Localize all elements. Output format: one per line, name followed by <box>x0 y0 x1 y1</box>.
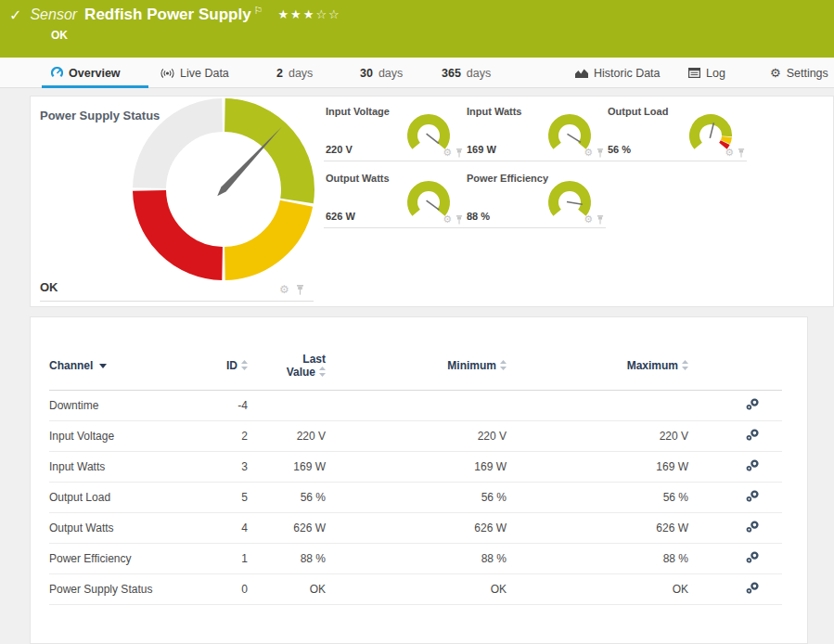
channel-settings-gear-icon[interactable] <box>746 551 760 563</box>
column-header-label: Last <box>248 353 326 366</box>
maximum-cell: 56 % <box>507 482 688 512</box>
pin-icon[interactable] <box>738 148 745 158</box>
tab-live-data[interactable]: Live Data <box>160 58 229 88</box>
channel-settings-gear-icon[interactable] <box>746 521 760 533</box>
mini-gauge-value: 169 W <box>467 144 496 155</box>
tab-30-days-number: 30 <box>360 67 373 80</box>
gauge-settings-gear-icon[interactable]: ⚙ <box>443 213 452 225</box>
sensor-header: ✓ Sensor Redfish Power Supply ⚐ ★★★☆☆ OK <box>0 0 834 58</box>
mini-gauge-output-load: Output Load 56 % ⚙ <box>606 104 747 161</box>
tab-2-days[interactable]: 2 days <box>276 58 313 88</box>
mini-gauge-label: Input Voltage <box>326 106 390 117</box>
last-value-cell: 220 V <box>248 420 326 451</box>
channel-name-cell: Downtime <box>49 390 200 420</box>
tab-2-days-unit: days <box>289 67 313 80</box>
priority-flag-icon[interactable]: ⚐ <box>254 5 263 17</box>
column-header-label: ID <box>226 359 237 372</box>
minimum-cell <box>326 390 507 420</box>
channel-id-cell: 2 <box>200 420 248 451</box>
channel-settings-gear-icon[interactable] <box>746 490 760 502</box>
minimum-cell: OK <box>326 573 507 604</box>
mini-gauge-input-voltage: Input Voltage 220 V ⚙ <box>324 104 465 161</box>
column-header-last-value[interactable]: Last Value <box>248 341 326 390</box>
gauge-settings-gear-icon[interactable]: ⚙ <box>584 147 593 159</box>
log-icon <box>688 68 700 78</box>
sensor-name: Redfish Power Supply <box>84 6 250 24</box>
tab-30-days[interactable]: 30 days <box>360 58 403 88</box>
mini-gauge-value: 88 % <box>467 211 490 222</box>
tab-live-data-label: Live Data <box>180 67 229 80</box>
pin-icon[interactable] <box>455 215 463 225</box>
main-gauge-value: OK <box>40 280 58 294</box>
last-value-cell <box>248 390 326 420</box>
table-row: Downtime -4 <box>49 390 782 420</box>
column-header-label: Channel <box>49 359 93 372</box>
tab-historic-data[interactable]: Historic Data <box>575 58 661 88</box>
column-header-maximum[interactable]: Maximum <box>507 341 688 390</box>
pin-icon[interactable] <box>597 215 604 225</box>
table-row: Power Supply Status 0 OK OK OK <box>49 573 782 604</box>
mini-gauge-value: 56 % <box>608 144 631 155</box>
channel-settings-gear-icon[interactable] <box>746 582 760 594</box>
channel-table: Channel ID Last Value Minimum Maximum <box>49 341 782 605</box>
minimum-cell: 56 % <box>326 482 507 512</box>
channel-id-cell: -4 <box>200 390 248 420</box>
column-header-label: Minimum <box>447 359 496 372</box>
tab-bar: Overview Live Data 2 days 30 days 365 da… <box>0 58 834 88</box>
channel-name-cell: Input Watts <box>49 451 200 482</box>
table-row: Input Watts 3 169 W 169 W 169 W <box>49 451 782 482</box>
tab-overview[interactable]: Overview <box>51 58 121 88</box>
gauge-settings-gear-icon[interactable]: ⚙ <box>279 283 289 296</box>
last-value-cell: 626 W <box>248 512 326 543</box>
last-value-cell: 88 % <box>248 543 326 573</box>
priority-stars[interactable]: ★★★☆☆ <box>277 7 340 21</box>
pin-icon[interactable] <box>296 285 304 295</box>
mini-gauge-label: Output Watts <box>326 173 390 184</box>
gauge-settings-gear-icon[interactable]: ⚙ <box>725 147 734 159</box>
mini-gauge-value: 220 V <box>326 144 353 155</box>
gauge-settings-gear-icon[interactable]: ⚙ <box>584 213 593 225</box>
historic-chart-icon <box>575 68 588 78</box>
maximum-cell <box>507 390 688 420</box>
last-value-cell: 56 % <box>248 482 326 512</box>
channel-id-cell: 3 <box>200 451 248 482</box>
tab-settings[interactable]: ⚙ Settings <box>770 58 828 88</box>
sort-arrows-icon <box>241 360 248 370</box>
channel-name-cell: Output Watts <box>49 512 200 543</box>
column-header-minimum[interactable]: Minimum <box>326 341 507 390</box>
sensor-status-text: OK <box>51 29 68 42</box>
sort-caret-icon <box>99 364 107 368</box>
column-header-id[interactable]: ID <box>200 341 248 390</box>
active-tab-underline <box>42 85 148 88</box>
channel-settings-gear-icon[interactable] <box>746 429 760 441</box>
mini-gauge-input-watts: Input Watts 169 W ⚙ <box>465 104 606 161</box>
channel-id-cell: 4 <box>200 512 248 543</box>
maximum-cell: 626 W <box>507 512 688 543</box>
pin-icon[interactable] <box>597 148 604 158</box>
channel-name-cell: Input Voltage <box>49 420 200 451</box>
mini-gauge-value: 626 W <box>326 211 355 222</box>
table-row: Output Load 5 56 % 56 % 56 % <box>49 482 782 512</box>
tab-2-days-number: 2 <box>276 67 283 80</box>
tab-historic-data-label: Historic Data <box>594 67 661 80</box>
minimum-cell: 220 V <box>326 420 507 451</box>
table-header-row: Channel ID Last Value Minimum Maximum <box>49 341 782 390</box>
minimum-cell: 626 W <box>326 512 507 543</box>
divider <box>40 301 314 302</box>
minimum-cell: 169 W <box>326 451 507 482</box>
overview-panel: Power Supply Status OK ⚙ Input Voltage <box>30 96 834 307</box>
gauge-settings-gear-icon[interactable]: ⚙ <box>443 147 452 159</box>
channel-settings-gear-icon[interactable] <box>746 398 760 410</box>
mini-gauge-label: Input Watts <box>467 106 521 117</box>
last-value-cell: OK <box>248 573 326 604</box>
channel-settings-gear-icon[interactable] <box>746 459 760 471</box>
column-header-channel[interactable]: Channel <box>49 341 200 390</box>
pin-icon[interactable] <box>455 148 463 158</box>
tab-365-days[interactable]: 365 days <box>442 58 491 88</box>
sort-arrows-icon <box>682 360 688 370</box>
table-row: Output Watts 4 626 W 626 W 626 W <box>49 512 782 543</box>
maximum-cell: 220 V <box>507 420 688 451</box>
channel-name-cell: Power Supply Status <box>49 573 200 604</box>
tab-log[interactable]: Log <box>688 58 725 88</box>
column-header-actions <box>688 341 782 390</box>
